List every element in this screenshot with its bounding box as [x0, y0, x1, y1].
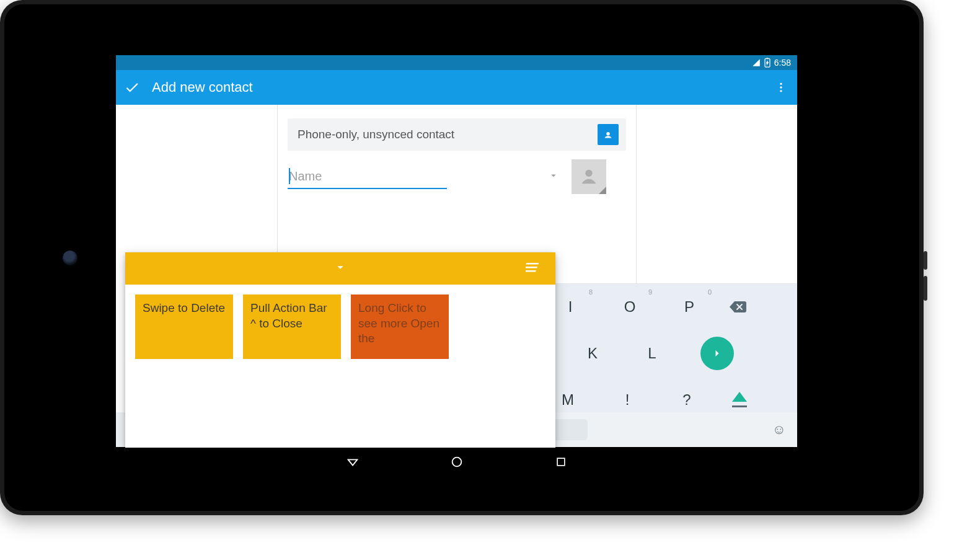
account-selector[interactable]: Phone-only, unsynced contact — [288, 118, 626, 151]
backspace-key[interactable] — [719, 300, 756, 314]
expand-name-icon[interactable] — [543, 166, 564, 188]
signal-icon — [752, 58, 761, 67]
enter-key[interactable] — [700, 337, 734, 370]
svg-point-11 — [452, 458, 461, 467]
contact-card-icon — [598, 124, 619, 145]
emoji-key[interactable]: ☺ — [772, 422, 786, 438]
notes-widget[interactable]: Swipe to Delete Pull Action Bar ^ to Clo… — [125, 252, 555, 448]
note-card[interactable]: Swipe to Delete — [135, 294, 233, 359]
svg-point-6 — [606, 132, 610, 136]
tablet-camera — [61, 249, 79, 267]
note-card[interactable]: Long Click to see more Open the — [351, 294, 449, 359]
key-o[interactable]: O9 — [600, 285, 660, 329]
svg-point-4 — [780, 90, 782, 92]
app-bar: Add new contact — [116, 70, 797, 105]
overflow-menu-icon[interactable] — [774, 80, 788, 95]
svg-rect-8 — [526, 263, 539, 265]
chevron-down-icon[interactable] — [333, 260, 347, 277]
notes-list: Swipe to Delete Pull Action Bar ^ to Clo… — [125, 285, 555, 369]
home-button[interactable] — [448, 453, 466, 471]
power-button — [924, 251, 927, 270]
status-time: 6:58 — [774, 58, 791, 68]
battery-icon — [764, 58, 770, 68]
key-k[interactable]: K — [563, 331, 622, 376]
svg-rect-10 — [526, 270, 536, 272]
account-label: Phone-only, unsynced contact — [298, 128, 454, 141]
content-area: Phone-only, unsynced contact — [116, 105, 797, 477]
device-screen: 6:58 Add new contact — [116, 55, 797, 477]
svg-rect-1 — [766, 58, 768, 59]
svg-point-3 — [780, 86, 782, 88]
key-l[interactable]: L — [622, 331, 682, 376]
svg-point-2 — [780, 83, 782, 85]
notes-menu-icon[interactable] — [526, 262, 541, 275]
recents-button[interactable] — [552, 453, 570, 471]
confirm-icon[interactable] — [123, 79, 141, 96]
key-p[interactable]: P0 — [660, 285, 719, 329]
navigation-bar — [116, 447, 797, 477]
back-button[interactable] — [344, 453, 361, 471]
contact-photo-button[interactable] — [572, 159, 606, 194]
notes-widget-header[interactable] — [125, 252, 555, 285]
svg-point-7 — [585, 170, 592, 177]
text-cursor — [289, 168, 290, 184]
appbar-title: Add new contact — [152, 79, 253, 95]
status-bar: 6:58 — [116, 55, 797, 70]
svg-rect-9 — [526, 267, 537, 268]
tablet-frame: 6:58 Add new contact — [0, 0, 924, 515]
volume-button — [924, 276, 927, 301]
note-card[interactable]: Pull Action Bar ^ to Close — [243, 294, 341, 359]
svg-rect-12 — [557, 458, 565, 466]
shift-key[interactable] — [723, 392, 756, 407]
name-input[interactable] — [288, 164, 447, 189]
